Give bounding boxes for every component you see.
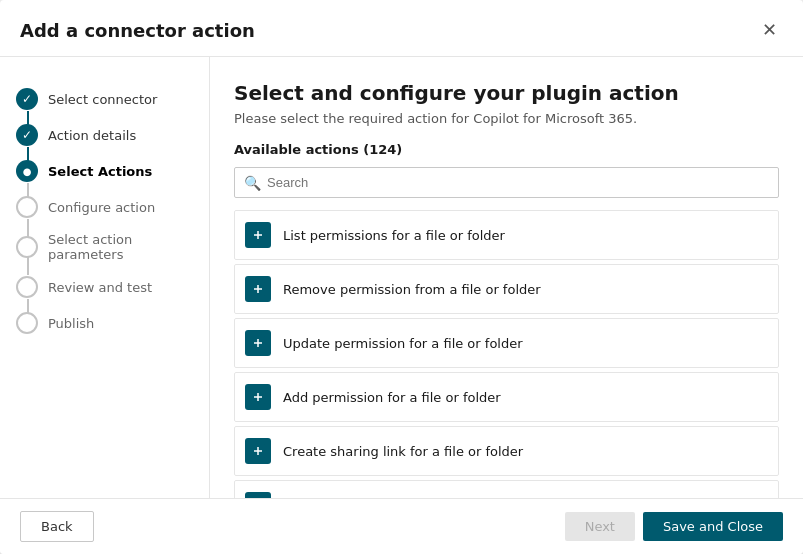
sidebar-item-action-details[interactable]: ✓ Action details <box>0 117 209 153</box>
sidebar-item-label-review-and-test: Review and test <box>48 280 152 295</box>
sidebar-item-label-select-action-parameters: Select action parameters <box>48 232 193 262</box>
action-item-5[interactable]: Render item attachment thumbnail, with k… <box>234 480 779 498</box>
sidebar-item-select-connector[interactable]: ✓ Select connector <box>0 81 209 117</box>
search-container: 🔍 <box>234 167 779 198</box>
action-icon-4 <box>245 438 271 464</box>
step-icon-review-and-test <box>16 276 38 298</box>
action-label-4: Create sharing link for a file or folder <box>283 444 523 459</box>
step-icon-select-connector: ✓ <box>16 88 38 110</box>
sidebar-item-select-action-parameters[interactable]: Select action parameters <box>0 225 209 269</box>
action-icon-3 <box>245 384 271 410</box>
sidebar-item-review-and-test[interactable]: Review and test <box>0 269 209 305</box>
action-label-1: Remove permission from a file or folder <box>283 282 541 297</box>
sidebar: ✓ Select connector ✓ Action details ● Se… <box>0 57 210 498</box>
step-icon-publish <box>16 312 38 334</box>
modal-body: ✓ Select connector ✓ Action details ● Se… <box>0 57 803 498</box>
sidebar-item-label-publish: Publish <box>48 316 94 331</box>
action-label-3: Add permission for a file or folder <box>283 390 501 405</box>
search-icon: 🔍 <box>244 175 261 191</box>
action-icon-0 <box>245 222 271 248</box>
sidebar-item-configure-action[interactable]: Configure action <box>0 189 209 225</box>
action-item-2[interactable]: Update permission for a file or folder <box>234 318 779 368</box>
available-actions-label: Available actions (124) <box>234 142 779 157</box>
step-icon-select-actions: ● <box>16 160 38 182</box>
sidebar-item-label-select-actions: Select Actions <box>48 164 152 179</box>
main-subtitle: Please select the required action for Co… <box>234 111 779 126</box>
modal-header: Add a connector action ✕ <box>0 0 803 57</box>
modal-title: Add a connector action <box>20 20 255 41</box>
sidebar-item-publish[interactable]: Publish <box>0 305 209 341</box>
sidebar-item-select-actions[interactable]: ● Select Actions <box>0 153 209 189</box>
close-button[interactable]: ✕ <box>755 16 783 44</box>
save-and-close-button[interactable]: Save and Close <box>643 512 783 541</box>
step-icon-action-details: ✓ <box>16 124 38 146</box>
action-label-0: List permissions for a file or folder <box>283 228 505 243</box>
action-item-0[interactable]: List permissions for a file or folder <box>234 210 779 260</box>
sidebar-item-label-action-details: Action details <box>48 128 136 143</box>
sidebar-item-label-configure-action: Configure action <box>48 200 155 215</box>
search-input[interactable] <box>234 167 779 198</box>
actions-list: List permissions for a file or folder Re… <box>234 210 779 498</box>
action-item-4[interactable]: Create sharing link for a file or folder <box>234 426 779 476</box>
next-button: Next <box>565 512 635 541</box>
sidebar-item-label-select-connector: Select connector <box>48 92 157 107</box>
modal-footer: Back Next Save and Close <box>0 498 803 554</box>
action-item-1[interactable]: Remove permission from a file or folder <box>234 264 779 314</box>
step-icon-select-action-parameters <box>16 236 38 258</box>
modal-container: Add a connector action ✕ ✓ Select connec… <box>0 0 803 554</box>
back-button[interactable]: Back <box>20 511 94 542</box>
action-item-3[interactable]: Add permission for a file or folder <box>234 372 779 422</box>
main-title: Select and configure your plugin action <box>234 81 779 105</box>
main-content: Select and configure your plugin action … <box>210 57 803 498</box>
action-icon-2 <box>245 330 271 356</box>
action-icon-1 <box>245 276 271 302</box>
step-icon-configure-action <box>16 196 38 218</box>
action-label-2: Update permission for a file or folder <box>283 336 523 351</box>
footer-right-buttons: Next Save and Close <box>565 512 783 541</box>
close-icon: ✕ <box>762 19 777 41</box>
